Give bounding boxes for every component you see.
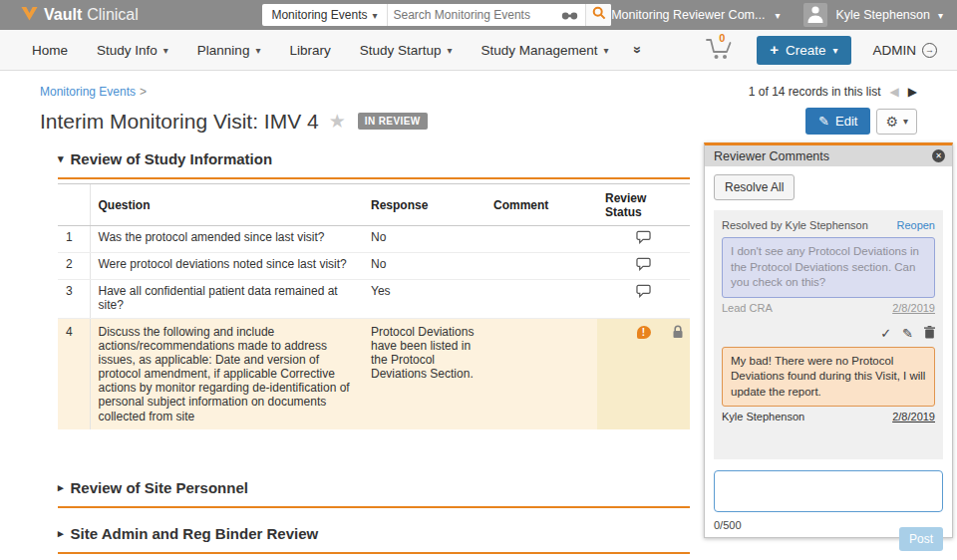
resolve-all-button[interactable]: Resolve All	[714, 174, 795, 200]
comment-cell	[485, 318, 597, 429]
admin-label: ADMIN	[873, 43, 917, 58]
response-cell: Protocol Deviations have been listed in …	[363, 318, 485, 429]
nav-item-library[interactable]: Library	[289, 43, 330, 58]
comment-cell	[485, 253, 597, 280]
comment-input[interactable]	[714, 470, 943, 512]
comment-bubble-icon[interactable]	[636, 260, 651, 274]
composer-footer: 0/500 Post	[714, 519, 943, 551]
nav-right: 0 + Create ▾ ADMIN →	[705, 36, 937, 65]
table-header-row: Question Response Comment Review Status	[58, 184, 690, 226]
gear-icon: ⚙	[885, 114, 898, 130]
nav-bar: Home Study Info▾ Planning▾ Library Study…	[0, 30, 957, 71]
pencil-icon: ✎	[818, 114, 829, 129]
row-number: 3	[58, 280, 90, 318]
search-button[interactable]	[585, 4, 611, 26]
search-scope-dropdown[interactable]: Monitoring Events ▾	[262, 4, 387, 26]
section-header[interactable]: ▸ Review of Site Personnel	[58, 479, 690, 496]
panel-body: Resolve All Resolved by Kyle Stephenson …	[705, 166, 952, 459]
response-cell: No	[363, 253, 485, 280]
more-tabs-icon[interactable]: »	[630, 46, 646, 54]
avatar[interactable]	[803, 3, 827, 27]
breadcrumb[interactable]: Monitoring Events	[40, 85, 136, 99]
section-title: Review of Study Information	[71, 150, 273, 167]
close-icon[interactable]: ✕	[932, 149, 945, 162]
create-button[interactable]: + Create ▾	[757, 36, 850, 65]
resolve-check-icon[interactable]: ✓	[880, 327, 891, 340]
vault-logo[interactable]: Vault Clinical	[20, 5, 262, 26]
edit-button[interactable]: ✎ Edit	[805, 108, 870, 135]
question-header: Question	[90, 184, 363, 226]
comment-author: Lead CRA	[722, 302, 773, 314]
nav-item-study-info[interactable]: Study Info▾	[97, 43, 168, 58]
comment-author: Kyle Stephenson	[722, 411, 804, 422]
chevron-down-icon: ▾	[372, 10, 377, 21]
reopen-link[interactable]: Reopen	[896, 219, 935, 231]
user-menu[interactable]: Kyle Stephenson ▾	[835, 8, 943, 22]
question-cell: Was the protocol amended since last visi…	[90, 226, 363, 253]
lock-icon	[672, 325, 684, 342]
edit-pencil-icon[interactable]: ✎	[902, 327, 913, 340]
response-cell: Yes	[363, 280, 485, 318]
search-input[interactable]	[388, 8, 555, 22]
comment-bubble-icon[interactable]	[636, 233, 651, 247]
breadcrumb-separator: >	[140, 85, 147, 99]
nav-item-study-startup[interactable]: Study Startup▾	[360, 43, 453, 58]
chevron-down-icon: ▾	[938, 10, 943, 21]
pagination-label: 1 of 14 records in this list	[749, 85, 881, 99]
alert-comment-icon[interactable]: !	[637, 326, 651, 339]
next-record-icon[interactable]: ▶	[908, 85, 917, 99]
previous-record-icon[interactable]: ◀	[890, 85, 899, 99]
section-title: Review of Site Personnel	[71, 479, 248, 496]
response-header: Response	[363, 184, 485, 226]
comment-meta: Lead CRA 2/8/2019	[722, 302, 935, 314]
page-title: Interim Monitoring Visit: IMV 4	[40, 110, 319, 134]
section-rule	[58, 177, 690, 179]
logo-brand: Vault	[44, 6, 82, 24]
admin-button[interactable]: ADMIN →	[873, 43, 938, 58]
post-button[interactable]: Post	[899, 527, 943, 551]
nav-item-planning[interactable]: Planning▾	[197, 43, 261, 58]
section-header[interactable]: ▸ Site Admin and Reg Binder Review	[58, 525, 690, 542]
review-status-cell	[597, 253, 690, 280]
title-actions: ✎ Edit ⚙ ▾	[805, 108, 917, 135]
section-title: Site Admin and Reg Binder Review	[71, 525, 319, 542]
comment-date-link[interactable]: 2/8/2019	[892, 411, 935, 422]
comment-bubble-icon[interactable]	[636, 287, 651, 301]
user-icon	[805, 3, 825, 27]
delete-trash-icon[interactable]	[924, 326, 935, 341]
collapse-arrow-icon: ▾	[58, 152, 64, 165]
nav-label: Home	[32, 43, 68, 58]
cart-button[interactable]: 0	[705, 36, 735, 65]
section-header[interactable]: ▾ Review of Study Information	[58, 150, 690, 167]
comment-resolved: I don't see any Protocol Deviations in t…	[722, 237, 935, 298]
gear-menu-button[interactable]: ⚙ ▾	[876, 109, 917, 135]
sections: ▾ Review of Study Information Question R…	[58, 150, 690, 560]
user-name-label: Kyle Stephenson	[835, 8, 930, 22]
favorite-star-icon[interactable]: ★	[329, 110, 346, 133]
nav-label: Library	[289, 43, 330, 58]
workspace-dropdown[interactable]: Monitoring Reviewer Com... ▾	[611, 8, 780, 22]
nav-label: Study Management	[481, 43, 598, 58]
search-box: Monitoring Events ▾	[262, 4, 611, 26]
section-site-admin-reg-binder: ▸ Site Admin and Reg Binder Review	[58, 525, 690, 554]
table-row-flagged: 4 Discuss the following and include acti…	[58, 318, 690, 429]
vault-v-icon	[20, 5, 39, 26]
review-status-cell	[597, 280, 690, 318]
cart-count-badge: 0	[719, 32, 725, 44]
comment-date-link[interactable]: 2/8/2019	[892, 302, 935, 314]
breadcrumb-row: Monitoring Events > 1 of 14 records in t…	[40, 85, 917, 99]
nav-item-study-management[interactable]: Study Management▾	[481, 43, 609, 58]
binoculars-icon[interactable]	[554, 9, 585, 21]
response-cell: No	[363, 226, 485, 253]
table-row: 2 Were protocol deviations noted since l…	[58, 253, 690, 280]
comment-header: Comment	[485, 184, 597, 226]
workspace-label: Monitoring Reviewer Com...	[611, 8, 765, 22]
comment-thread: Resolved by Kyle Stephenson Reopen I don…	[714, 210, 943, 459]
review-status-header: Review Status	[597, 184, 690, 226]
question-cell: Have all confidential patient data remai…	[90, 280, 363, 318]
chevron-down-icon: ▾	[903, 116, 908, 127]
section-review-of-study-information: ▾ Review of Study Information Question R…	[58, 150, 690, 429]
nav-item-home[interactable]: Home	[32, 43, 68, 58]
review-status-cell: !	[597, 318, 690, 429]
section-rule	[58, 552, 690, 554]
